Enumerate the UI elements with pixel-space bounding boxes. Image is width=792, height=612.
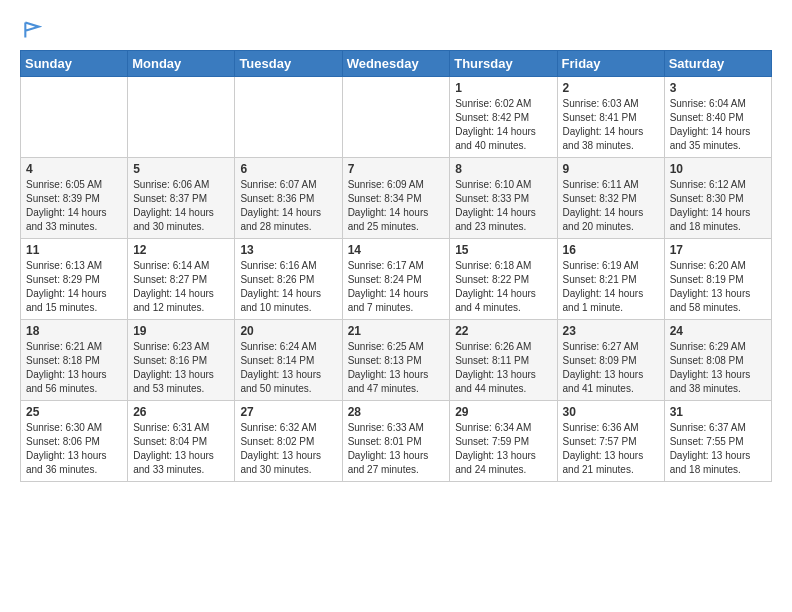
- day-number: 1: [455, 81, 551, 95]
- calendar-week-1: 1Sunrise: 6:02 AM Sunset: 8:42 PM Daylig…: [21, 77, 772, 158]
- day-info: Sunrise: 6:06 AM Sunset: 8:37 PM Dayligh…: [133, 178, 229, 234]
- day-info: Sunrise: 6:07 AM Sunset: 8:36 PM Dayligh…: [240, 178, 336, 234]
- calendar-cell-empty-0-3: [342, 77, 450, 158]
- calendar-cell-6: 6Sunrise: 6:07 AM Sunset: 8:36 PM Daylig…: [235, 158, 342, 239]
- calendar-cell-30: 30Sunrise: 6:36 AM Sunset: 7:57 PM Dayli…: [557, 401, 664, 482]
- day-info: Sunrise: 6:05 AM Sunset: 8:39 PM Dayligh…: [26, 178, 122, 234]
- calendar-cell-28: 28Sunrise: 6:33 AM Sunset: 8:01 PM Dayli…: [342, 401, 450, 482]
- day-info: Sunrise: 6:18 AM Sunset: 8:22 PM Dayligh…: [455, 259, 551, 315]
- day-info: Sunrise: 6:02 AM Sunset: 8:42 PM Dayligh…: [455, 97, 551, 153]
- calendar-cell-empty-0-2: [235, 77, 342, 158]
- day-info: Sunrise: 6:27 AM Sunset: 8:09 PM Dayligh…: [563, 340, 659, 396]
- day-info: Sunrise: 6:37 AM Sunset: 7:55 PM Dayligh…: [670, 421, 766, 477]
- calendar-cell-empty-0-1: [128, 77, 235, 158]
- weekday-header-wednesday: Wednesday: [342, 51, 450, 77]
- calendar-table: SundayMondayTuesdayWednesdayThursdayFrid…: [20, 50, 772, 482]
- day-number: 3: [670, 81, 766, 95]
- weekday-header-tuesday: Tuesday: [235, 51, 342, 77]
- calendar-cell-16: 16Sunrise: 6:19 AM Sunset: 8:21 PM Dayli…: [557, 239, 664, 320]
- day-info: Sunrise: 6:33 AM Sunset: 8:01 PM Dayligh…: [348, 421, 445, 477]
- calendar-cell-2: 2Sunrise: 6:03 AM Sunset: 8:41 PM Daylig…: [557, 77, 664, 158]
- day-info: Sunrise: 6:29 AM Sunset: 8:08 PM Dayligh…: [670, 340, 766, 396]
- calendar-cell-12: 12Sunrise: 6:14 AM Sunset: 8:27 PM Dayli…: [128, 239, 235, 320]
- weekday-header-saturday: Saturday: [664, 51, 771, 77]
- calendar-cell-13: 13Sunrise: 6:16 AM Sunset: 8:26 PM Dayli…: [235, 239, 342, 320]
- calendar-cell-18: 18Sunrise: 6:21 AM Sunset: 8:18 PM Dayli…: [21, 320, 128, 401]
- calendar-cell-17: 17Sunrise: 6:20 AM Sunset: 8:19 PM Dayli…: [664, 239, 771, 320]
- day-info: Sunrise: 6:20 AM Sunset: 8:19 PM Dayligh…: [670, 259, 766, 315]
- day-info: Sunrise: 6:16 AM Sunset: 8:26 PM Dayligh…: [240, 259, 336, 315]
- day-number: 26: [133, 405, 229, 419]
- day-number: 8: [455, 162, 551, 176]
- calendar-cell-15: 15Sunrise: 6:18 AM Sunset: 8:22 PM Dayli…: [450, 239, 557, 320]
- calendar-cell-31: 31Sunrise: 6:37 AM Sunset: 7:55 PM Dayli…: [664, 401, 771, 482]
- calendar-cell-22: 22Sunrise: 6:26 AM Sunset: 8:11 PM Dayli…: [450, 320, 557, 401]
- day-number: 31: [670, 405, 766, 419]
- day-number: 5: [133, 162, 229, 176]
- day-number: 27: [240, 405, 336, 419]
- weekday-header-row: SundayMondayTuesdayWednesdayThursdayFrid…: [21, 51, 772, 77]
- day-number: 24: [670, 324, 766, 338]
- day-number: 30: [563, 405, 659, 419]
- day-number: 11: [26, 243, 122, 257]
- day-info: Sunrise: 6:10 AM Sunset: 8:33 PM Dayligh…: [455, 178, 551, 234]
- day-number: 12: [133, 243, 229, 257]
- day-number: 7: [348, 162, 445, 176]
- day-info: Sunrise: 6:36 AM Sunset: 7:57 PM Dayligh…: [563, 421, 659, 477]
- day-info: Sunrise: 6:23 AM Sunset: 8:16 PM Dayligh…: [133, 340, 229, 396]
- weekday-header-sunday: Sunday: [21, 51, 128, 77]
- logo-flag-icon: [22, 20, 42, 40]
- calendar-cell-7: 7Sunrise: 6:09 AM Sunset: 8:34 PM Daylig…: [342, 158, 450, 239]
- calendar-cell-5: 5Sunrise: 6:06 AM Sunset: 8:37 PM Daylig…: [128, 158, 235, 239]
- day-number: 20: [240, 324, 336, 338]
- weekday-header-monday: Monday: [128, 51, 235, 77]
- calendar-cell-empty-0-0: [21, 77, 128, 158]
- day-number: 14: [348, 243, 445, 257]
- calendar-cell-29: 29Sunrise: 6:34 AM Sunset: 7:59 PM Dayli…: [450, 401, 557, 482]
- day-info: Sunrise: 6:11 AM Sunset: 8:32 PM Dayligh…: [563, 178, 659, 234]
- calendar-week-2: 4Sunrise: 6:05 AM Sunset: 8:39 PM Daylig…: [21, 158, 772, 239]
- calendar-cell-23: 23Sunrise: 6:27 AM Sunset: 8:09 PM Dayli…: [557, 320, 664, 401]
- day-number: 16: [563, 243, 659, 257]
- day-number: 15: [455, 243, 551, 257]
- calendar-cell-21: 21Sunrise: 6:25 AM Sunset: 8:13 PM Dayli…: [342, 320, 450, 401]
- day-info: Sunrise: 6:09 AM Sunset: 8:34 PM Dayligh…: [348, 178, 445, 234]
- day-info: Sunrise: 6:30 AM Sunset: 8:06 PM Dayligh…: [26, 421, 122, 477]
- day-info: Sunrise: 6:04 AM Sunset: 8:40 PM Dayligh…: [670, 97, 766, 153]
- day-number: 29: [455, 405, 551, 419]
- day-info: Sunrise: 6:32 AM Sunset: 8:02 PM Dayligh…: [240, 421, 336, 477]
- calendar-week-5: 25Sunrise: 6:30 AM Sunset: 8:06 PM Dayli…: [21, 401, 772, 482]
- calendar-cell-9: 9Sunrise: 6:11 AM Sunset: 8:32 PM Daylig…: [557, 158, 664, 239]
- day-info: Sunrise: 6:21 AM Sunset: 8:18 PM Dayligh…: [26, 340, 122, 396]
- day-number: 21: [348, 324, 445, 338]
- calendar-cell-25: 25Sunrise: 6:30 AM Sunset: 8:06 PM Dayli…: [21, 401, 128, 482]
- calendar-cell-11: 11Sunrise: 6:13 AM Sunset: 8:29 PM Dayli…: [21, 239, 128, 320]
- calendar-week-3: 11Sunrise: 6:13 AM Sunset: 8:29 PM Dayli…: [21, 239, 772, 320]
- day-number: 17: [670, 243, 766, 257]
- day-number: 4: [26, 162, 122, 176]
- logo: [20, 20, 42, 40]
- calendar-cell-26: 26Sunrise: 6:31 AM Sunset: 8:04 PM Dayli…: [128, 401, 235, 482]
- day-number: 25: [26, 405, 122, 419]
- calendar-week-4: 18Sunrise: 6:21 AM Sunset: 8:18 PM Dayli…: [21, 320, 772, 401]
- day-info: Sunrise: 6:14 AM Sunset: 8:27 PM Dayligh…: [133, 259, 229, 315]
- day-number: 18: [26, 324, 122, 338]
- day-info: Sunrise: 6:34 AM Sunset: 7:59 PM Dayligh…: [455, 421, 551, 477]
- day-number: 23: [563, 324, 659, 338]
- calendar-cell-1: 1Sunrise: 6:02 AM Sunset: 8:42 PM Daylig…: [450, 77, 557, 158]
- day-info: Sunrise: 6:25 AM Sunset: 8:13 PM Dayligh…: [348, 340, 445, 396]
- calendar-cell-14: 14Sunrise: 6:17 AM Sunset: 8:24 PM Dayli…: [342, 239, 450, 320]
- day-number: 19: [133, 324, 229, 338]
- day-number: 10: [670, 162, 766, 176]
- day-number: 22: [455, 324, 551, 338]
- day-number: 9: [563, 162, 659, 176]
- weekday-header-thursday: Thursday: [450, 51, 557, 77]
- weekday-header-friday: Friday: [557, 51, 664, 77]
- calendar-cell-27: 27Sunrise: 6:32 AM Sunset: 8:02 PM Dayli…: [235, 401, 342, 482]
- header: [20, 20, 772, 40]
- calendar-cell-4: 4Sunrise: 6:05 AM Sunset: 8:39 PM Daylig…: [21, 158, 128, 239]
- day-info: Sunrise: 6:17 AM Sunset: 8:24 PM Dayligh…: [348, 259, 445, 315]
- day-number: 2: [563, 81, 659, 95]
- calendar-cell-3: 3Sunrise: 6:04 AM Sunset: 8:40 PM Daylig…: [664, 77, 771, 158]
- calendar-cell-8: 8Sunrise: 6:10 AM Sunset: 8:33 PM Daylig…: [450, 158, 557, 239]
